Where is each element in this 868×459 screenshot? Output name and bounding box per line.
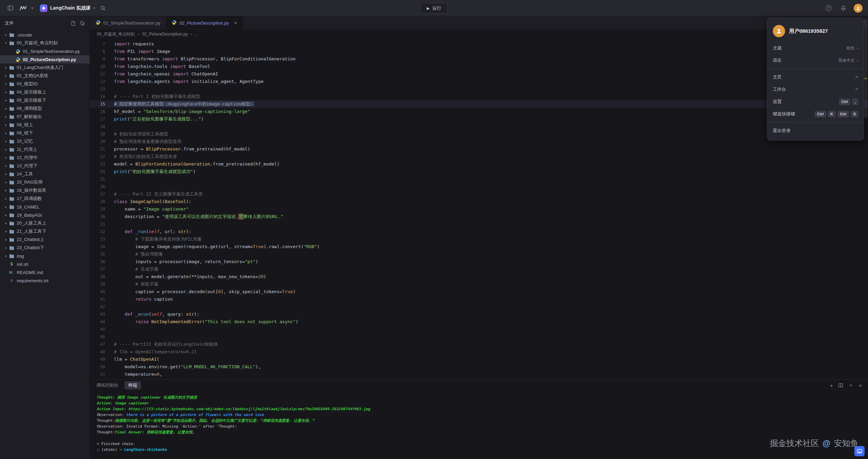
code-line[interactable]: 16hf_model = "Salesforce/blip-image-capt…	[90, 108, 868, 115]
code-line[interactable]: 8from PIL import Image	[90, 48, 868, 55]
code-line[interactable]: 41 return caption	[90, 296, 868, 303]
tree-item-file[interactable]: M↓README.md	[0, 268, 90, 276]
tree-item-folder[interactable]: ▸05_提示模板下	[0, 96, 90, 104]
split-terminal-icon[interactable]	[838, 383, 843, 388]
code-line[interactable]: 49llm = ChatOpenAI(	[90, 356, 868, 363]
code-line[interactable]: 19# 初始化处理器和工具模型	[90, 130, 868, 138]
maximize-panel-icon[interactable]	[849, 383, 853, 388]
tree-item-folder[interactable]: ▸16_操作数据库	[0, 186, 90, 195]
tree-item-folder[interactable]: ▸12_代理中	[0, 154, 90, 162]
code-line[interactable]: 17print("正在初始化图像字幕生成模型...")	[90, 115, 868, 123]
menu-item-shortcuts[interactable]: 键盘快捷键CtrlKCtrlS	[767, 108, 864, 120]
breadcrumb-file[interactable]: 02_PictureDescription.py	[142, 32, 188, 37]
tree-item-folder[interactable]: ▸17_回调函数	[0, 195, 90, 203]
tree-item-folder[interactable]: ▸01_LangChain快速入门	[0, 63, 90, 72]
menu-item-home[interactable]: 主页↗	[767, 71, 864, 83]
terminal-output[interactable]: Thought: 调用 Image captioner 生成图片的文字描述Act…	[90, 391, 868, 459]
code-editor[interactable]: 7import requests8from PIL import Image9f…	[90, 39, 868, 379]
collapse-all-icon[interactable]	[80, 21, 85, 26]
layout-toggle-icon[interactable]	[5, 3, 15, 13]
tree-item-folder[interactable]: ▸02_文档QA系统	[0, 72, 90, 80]
code-line[interactable]: 18	[90, 123, 868, 130]
menu-item-logout[interactable]: 退出登录	[767, 125, 864, 137]
tree-item-folder[interactable]: ▸18_CAMEL	[0, 203, 90, 211]
code-line[interactable]: 20# 预处理器将准备图像供模型使用	[90, 138, 868, 145]
editor-tab-picture-description[interactable]: 02_PictureDescription.py ×	[166, 16, 243, 29]
breadcrumb-more[interactable]: ...	[195, 32, 199, 37]
code-line[interactable]: 51 temperature=0,	[90, 371, 868, 378]
code-line[interactable]: 50 model=os.environ.get("LLM_MODEL_4K_FU…	[90, 363, 868, 371]
code-line[interactable]: 44 raise NotImplementedError("This tool …	[90, 318, 868, 326]
tree-item-folder[interactable]: ▸07_解析输出	[0, 113, 90, 121]
editor-tab-simple-text-generation[interactable]: 01_SimpleTextGeneration.py	[90, 16, 166, 29]
tree-item-folder[interactable]: ▸20_人脉工具上	[0, 219, 90, 227]
tree-item-folder[interactable]: ▸img	[0, 252, 90, 260]
code-line[interactable]: 23model = BlipForConditionalGeneration.f…	[90, 160, 868, 168]
tree-item-folder[interactable]: ▸11_代理上	[0, 145, 90, 154]
menu-item-language[interactable]: 语言简体中文›	[767, 54, 864, 67]
code-line[interactable]: 46	[90, 333, 868, 341]
code-line[interactable]: 10from langchain.tools import BaseTool	[90, 63, 868, 70]
user-avatar[interactable]	[854, 4, 863, 13]
code-line[interactable]: 47# ---- PartIII 初始化并运行LangChain智能体	[90, 341, 868, 348]
code-line[interactable]: 43 def _arun(self, query: str):	[90, 311, 868, 318]
code-line[interactable]: 40 caption = processor.decode(out[0], sk…	[90, 288, 868, 296]
tree-item-file[interactable]: 01_SimpleTextGeneration.py	[0, 47, 90, 55]
notifications-bell-icon[interactable]	[839, 3, 848, 13]
code-line[interactable]: 24print("初始化图像字幕生成模型成功")	[90, 168, 868, 175]
code-line[interactable]: 35 # 预处理图像	[90, 250, 868, 258]
tree-item-folder[interactable]: ▸06_调用模型	[0, 104, 90, 113]
tree-item-folder[interactable]: ▸22_Chatbot上	[0, 235, 90, 244]
code-line[interactable]: 36 inputs = processor(image, return_tens…	[90, 258, 868, 266]
tree-item-folder[interactable]: ▸.vscode	[0, 31, 90, 39]
code-line[interactable]: 25	[90, 175, 868, 183]
code-line[interactable]: 37 # 生成字幕	[90, 266, 868, 273]
tree-item-file[interactable]: $init.sh	[0, 260, 90, 268]
menu-item-settings[interactable]: 设置Ctrl,	[767, 96, 864, 108]
tree-item-folder[interactable]: ▸15_RAG应用	[0, 178, 90, 186]
new-terminal-icon[interactable]: +	[830, 383, 833, 388]
menu-item-workbench[interactable]: 工作台↗	[767, 83, 864, 96]
tree-item-folder[interactable]: ▾00_开篇词_奇点时刻	[0, 39, 90, 47]
code-line[interactable]: 11from langchain_openai import ChatOpenA…	[90, 70, 868, 78]
code-line[interactable]: 48# llm = OpenAI(temperature=0.2)	[90, 348, 868, 356]
tree-item-folder[interactable]: ▸23_Chatbot下	[0, 244, 90, 252]
code-line[interactable]: 14# ---- Part I 初始化图像字幕生成模型	[90, 93, 868, 100]
tree-item-folder[interactable]: ▸21_人脉工具下	[0, 227, 90, 235]
code-line[interactable]: 33 # 下载图像并将其转换为PIL对象	[90, 235, 868, 243]
code-line[interactable]: 30 description = "使用该工具可以生成图片的文字描述,需要传入图…	[90, 213, 868, 220]
code-line[interactable]: 45	[90, 326, 868, 333]
code-line[interactable]: 12from langchain.agents import initializ…	[90, 78, 868, 85]
close-tab-icon[interactable]: ×	[234, 20, 237, 26]
breadcrumb-folder[interactable]: 00_开篇词_奇点时刻	[97, 31, 135, 37]
tree-item-file[interactable]: ≡requirements.txt	[0, 276, 90, 285]
code-line[interactable]: 27# ---- Part II 定义图像字幕生成工具类	[90, 190, 868, 198]
tab-terminal[interactable]: 终端	[125, 381, 141, 389]
tree-item-folder[interactable]: ▸04_提示模板上	[0, 88, 90, 96]
tab-debug-console[interactable]: 调试控制台	[96, 382, 118, 388]
project-switcher[interactable]: LangChain 实战课 ▾	[40, 4, 95, 12]
code-line[interactable]: 42	[90, 303, 868, 311]
code-line[interactable]: 13	[90, 85, 868, 93]
run-button[interactable]: ▶ 运行	[420, 3, 448, 13]
code-line[interactable]: 26	[90, 183, 868, 190]
code-line[interactable]: 9from transformers import BlipProcessor,…	[90, 55, 868, 63]
tree-item-folder[interactable]: ▸08_链上	[0, 121, 90, 129]
floating-widget-button[interactable]	[854, 446, 865, 456]
code-line[interactable]: 31	[90, 220, 868, 228]
tree-item-folder[interactable]: ▸09_链下	[0, 129, 90, 137]
help-icon[interactable]: ?	[824, 3, 833, 13]
code-line[interactable]: 32 def _run(self, url: str):	[90, 228, 868, 235]
tree-item-folder[interactable]: ▸19_BabyAGI	[0, 211, 90, 219]
code-line[interactable]: 15# 指定要使用的工具模型（HuggingFace中的image-captio…	[90, 100, 868, 108]
tree-item-file[interactable]: 02_PictureDescription.py	[0, 55, 90, 63]
editor-scrollbar[interactable]	[864, 19, 867, 118]
code-line[interactable]: 7import requests	[90, 40, 868, 48]
code-line[interactable]: 21processor = BlipProcessor.from_pretrai…	[90, 145, 868, 153]
menu-item-theme[interactable]: 主题暗色›	[767, 42, 864, 54]
new-file-icon[interactable]	[71, 21, 76, 26]
search-icon[interactable]	[98, 3, 108, 13]
tree-item-folder[interactable]: ▸14_工具	[0, 170, 90, 178]
chevron-down-icon[interactable]: ▾	[31, 6, 33, 10]
code-line[interactable]: 28class ImageCapTool(BaseTool):	[90, 198, 868, 205]
